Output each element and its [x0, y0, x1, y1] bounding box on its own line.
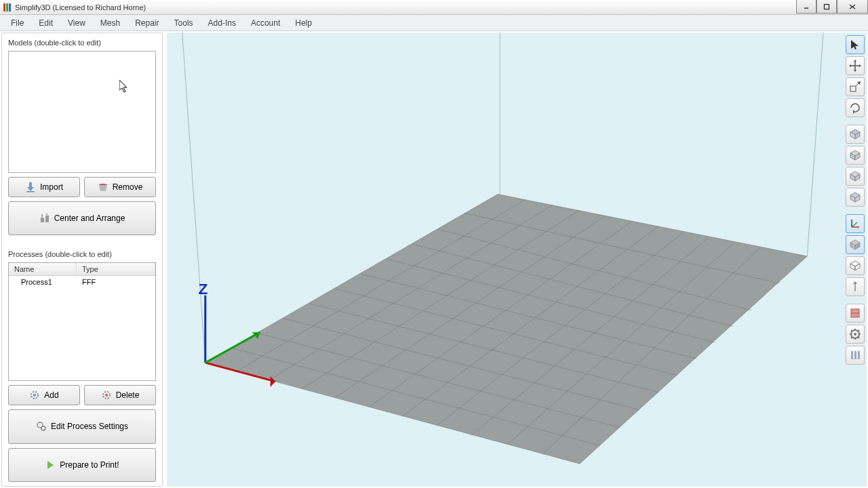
tool-machine-control[interactable] [846, 346, 865, 365]
tool-scale[interactable] [846, 77, 865, 96]
add-icon [29, 390, 40, 401]
svg-rect-59 [850, 86, 856, 92]
svg-rect-98 [854, 351, 856, 359]
title-bar: Simplify3D (Licensed to Richard Horne) [0, 0, 868, 15]
menu-account[interactable]: Account [244, 17, 287, 29]
svg-marker-57 [849, 64, 851, 67]
tool-coord-system[interactable] [846, 214, 865, 233]
tool-select[interactable] [846, 35, 865, 54]
prepare-label: Prepare to Print! [60, 460, 119, 470]
svg-rect-4 [825, 4, 829, 9]
svg-marker-61 [853, 110, 855, 114]
processes-section-label: Processes (double-click to edit) [8, 250, 156, 258]
svg-point-88 [854, 333, 856, 336]
process-name: Process1 [9, 277, 77, 287]
close-button[interactable] [837, 0, 868, 14]
remove-label: Remove [113, 182, 143, 192]
col-type-header[interactable]: Type [77, 263, 155, 275]
svg-line-76 [852, 222, 857, 227]
view-iso[interactable] [846, 188, 865, 207]
menu-mesh[interactable]: Mesh [94, 17, 127, 29]
add-process-button[interactable]: Add [8, 385, 80, 405]
prepare-icon [45, 460, 56, 470]
import-button[interactable]: Import [8, 177, 80, 197]
svg-point-18 [41, 426, 45, 430]
process-row[interactable]: Process1 FFF [9, 276, 155, 288]
svg-rect-2 [9, 3, 11, 12]
minimize-button[interactable] [796, 0, 816, 14]
svg-marker-84 [853, 281, 857, 284]
tool-solid-view[interactable] [846, 235, 865, 254]
3d-viewport[interactable]: Z [167, 33, 867, 487]
tool-wireframe[interactable] [846, 256, 865, 275]
svg-point-14 [33, 394, 36, 396]
prepare-to-print-button[interactable]: Prepare to Print! [8, 448, 156, 482]
z-axis-label: Z [198, 281, 208, 298]
svg-marker-58 [859, 64, 861, 67]
tool-normals[interactable] [846, 277, 865, 296]
view-toolbar [846, 35, 866, 365]
processes-list[interactable]: Name Type Process1 FFF [8, 262, 156, 381]
svg-rect-11 [41, 218, 44, 222]
svg-marker-54 [851, 40, 859, 49]
view-side[interactable] [846, 167, 865, 186]
left-sidebar: Models (double-click to edit) Import Rem… [1, 33, 163, 487]
delete-label: Delete [116, 390, 140, 400]
svg-rect-1 [6, 3, 8, 12]
menu-view[interactable]: View [61, 17, 92, 29]
svg-rect-99 [858, 351, 860, 359]
svg-rect-9 [26, 191, 35, 192]
svg-rect-12 [45, 216, 49, 222]
center-arrange-button[interactable]: Center and Arrange [8, 201, 156, 235]
processes-header: Name Type [9, 263, 155, 276]
svg-line-95 [851, 337, 852, 338]
menu-bar: File Edit View Mesh Repair Tools Add-Ins… [0, 15, 868, 31]
svg-rect-97 [851, 351, 853, 359]
tool-move[interactable] [846, 56, 865, 75]
models-list[interactable] [8, 51, 156, 173]
delete-icon [101, 390, 112, 401]
add-label: Add [44, 390, 58, 400]
svg-rect-0 [3, 3, 5, 12]
view-front[interactable] [846, 146, 865, 165]
settings-icon [36, 421, 47, 432]
tool-rotate[interactable] [846, 98, 865, 117]
menu-help[interactable]: Help [288, 17, 319, 29]
svg-line-94 [858, 337, 859, 338]
window-title: Simplify3D (Licensed to Richard Horne) [15, 3, 146, 12]
svg-point-16 [105, 394, 108, 396]
svg-marker-56 [854, 70, 856, 72]
svg-marker-8 [27, 187, 34, 191]
menu-edit[interactable]: Edit [32, 17, 60, 29]
view-top[interactable] [846, 125, 865, 144]
col-name-header[interactable]: Name [9, 263, 77, 275]
menu-addins[interactable]: Add-Ins [201, 17, 243, 29]
import-icon [25, 182, 36, 192]
svg-line-96 [858, 330, 859, 331]
svg-rect-7 [29, 182, 32, 188]
process-type: FFF [77, 277, 155, 287]
svg-line-93 [851, 330, 852, 331]
remove-button[interactable]: Remove [84, 177, 156, 197]
svg-marker-82 [855, 264, 860, 270]
models-section-label: Models (double-click to edit) [8, 39, 156, 47]
menu-tools[interactable]: Tools [167, 17, 200, 29]
center-arrange-icon [39, 213, 50, 224]
tool-cross-section[interactable] [846, 304, 865, 323]
svg-marker-55 [854, 60, 856, 62]
delete-process-button[interactable]: Delete [84, 385, 156, 405]
svg-marker-80 [850, 261, 860, 266]
menu-repair[interactable]: Repair [128, 17, 165, 29]
tool-settings[interactable] [846, 325, 865, 344]
edit-process-settings-button[interactable]: Edit Process Settings [8, 409, 156, 443]
svg-marker-19 [47, 461, 54, 469]
app-icon [3, 3, 12, 12]
edit-settings-label: Edit Process Settings [51, 422, 128, 431]
menu-file[interactable]: File [4, 17, 31, 29]
maximize-button[interactable] [816, 0, 837, 14]
import-label: Import [40, 182, 63, 192]
remove-icon [98, 182, 108, 192]
center-arrange-label: Center and Arrange [54, 214, 125, 223]
svg-marker-81 [850, 264, 855, 270]
